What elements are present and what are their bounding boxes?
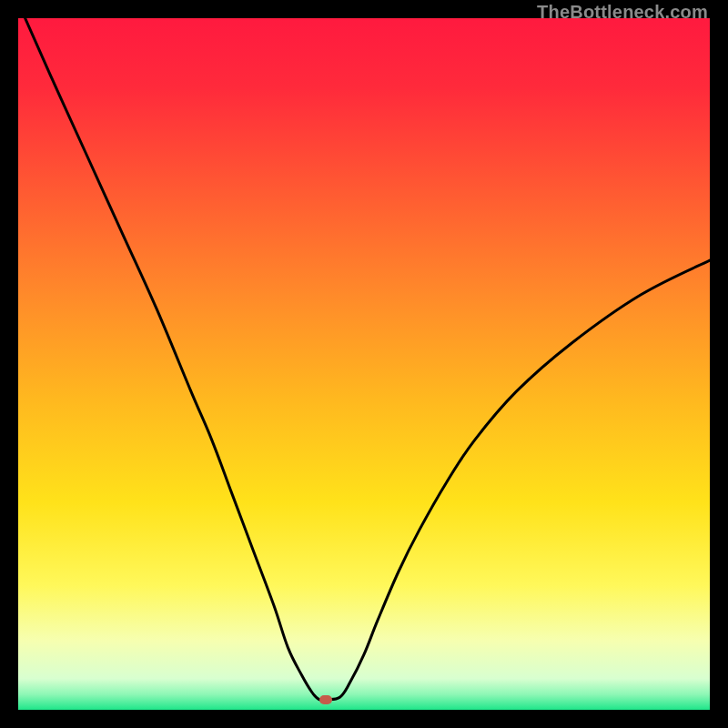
plot-area — [18, 18, 710, 710]
bottleneck-curve — [18, 18, 710, 710]
optimal-point-marker — [319, 695, 332, 704]
chart-frame: TheBottleneck.com — [0, 0, 728, 728]
